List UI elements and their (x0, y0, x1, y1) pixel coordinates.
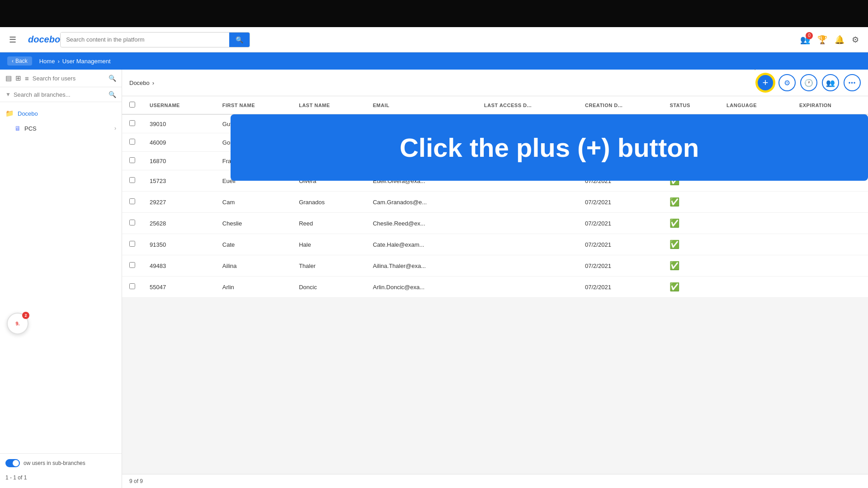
branch-search-bar: ▼ 🔍 (0, 87, 122, 102)
table-row: 49483AilinaThalerAilina.Thaler@exa...07/… (122, 255, 868, 277)
row-status: ✅ (662, 234, 719, 255)
sidebar-item-docebo[interactable]: 📁 Docebo (0, 106, 122, 121)
app-header: ☰ docebo 🔍 👥 0 🏆 🔔 ⚙ (0, 27, 868, 52)
back-button[interactable]: ‹ Back (7, 56, 32, 66)
col-username[interactable]: USERNAME (142, 96, 215, 114)
row-creation: 07/2/2021 (578, 213, 662, 234)
table-row: 91350CateHaleCate.Hale@exam...07/2/2021✅ (122, 234, 868, 255)
status-active-icon: ✅ (670, 197, 679, 206)
help-bubble[interactable]: 9. 2 (7, 313, 28, 334)
sub-branches-toggle[interactable] (5, 459, 20, 467)
row-last_name: Reed (292, 213, 366, 234)
row-checkbox[interactable] (129, 120, 135, 126)
overlay-banner-text: Click the plus (+) button (400, 132, 699, 163)
branch-search-icon[interactable]: 🔍 (108, 91, 116, 98)
row-username: 16870 (142, 152, 215, 170)
row-language (719, 192, 792, 213)
overlay-banner: Click the plus (+) button (231, 114, 868, 181)
filter-icon[interactable]: ≡ (25, 75, 29, 82)
row-username: 25628 (142, 213, 215, 234)
col-language[interactable]: LANGUAGE (719, 96, 792, 114)
sub-branches-label: ow users in sub-branches (24, 460, 85, 466)
row-first_name: Ailina (215, 255, 292, 277)
breadcrumb-links: Home › User Management (39, 58, 111, 65)
row-checkbox-cell (122, 234, 142, 255)
row-checkbox[interactable] (129, 177, 135, 183)
docebo-logo: docebo (28, 34, 60, 45)
row-username: 91350 (142, 234, 215, 255)
row-username: 15723 (142, 170, 215, 192)
row-email: Cam.Granados@e... (366, 192, 477, 213)
row-checkbox[interactable] (129, 198, 135, 204)
row-checkbox-cell (122, 255, 142, 277)
sidebar: ▤ ⊞ ≡ 🔍 ▼ 🔍 📁 Docebo 🖥 PCS › (0, 70, 122, 488)
row-first_name: Cam (215, 192, 292, 213)
history-button[interactable]: 🕐 (800, 74, 817, 91)
status-active-icon: ✅ (670, 261, 679, 270)
grid-view-icon[interactable]: ⊞ (15, 74, 21, 82)
pcs-chevron-icon: › (114, 125, 116, 131)
settings-icon[interactable]: ⚙ (852, 35, 859, 45)
row-expiration (792, 213, 868, 234)
bell-icon[interactable]: 🔔 (835, 35, 844, 45)
row-last_name: Thaler (292, 255, 366, 277)
users-button[interactable]: 👥 (822, 74, 839, 91)
row-checkbox[interactable] (129, 157, 135, 163)
row-language (719, 213, 792, 234)
row-checkbox[interactable] (129, 283, 135, 289)
list-view-icon[interactable]: ▤ (5, 74, 12, 82)
user-search-icon[interactable]: 🔍 (108, 75, 116, 82)
global-search-input[interactable] (61, 33, 229, 47)
row-checkbox[interactable] (129, 262, 135, 268)
col-email[interactable]: EMAIL (366, 96, 477, 114)
toolbar-actions: + ⚙ 🕐 👥 ••• (757, 74, 861, 91)
help-section: 9. 2 (0, 481, 122, 488)
col-status[interactable]: STATUS (662, 96, 719, 114)
row-checkbox-cell (122, 152, 142, 170)
help-bubble-label: 9. (15, 321, 19, 326)
hamburger-icon[interactable]: ☰ (9, 35, 16, 45)
col-last-access[interactable]: LAST ACCESS D... (477, 96, 578, 114)
row-checkbox[interactable] (129, 241, 135, 247)
col-firstname[interactable]: FIRST NAME (215, 96, 292, 114)
global-search-bar: 🔍 (60, 32, 250, 47)
col-creation[interactable]: CREATION D... (578, 96, 662, 114)
row-username: 49483 (142, 255, 215, 277)
status-active-icon: ✅ (670, 219, 679, 228)
row-checkbox-cell (122, 133, 142, 152)
row-creation: 07/2/2021 (578, 192, 662, 213)
row-first_name: Cheslie (215, 213, 292, 234)
more-button[interactable]: ••• (844, 74, 861, 91)
col-lastname[interactable]: LAST NAME (292, 96, 366, 114)
expand-icon[interactable]: ▼ (5, 91, 11, 98)
header-icons: 👥 0 🏆 🔔 ⚙ (800, 35, 859, 45)
row-checkbox[interactable] (129, 139, 135, 145)
user-group-badge: 0 (806, 32, 813, 39)
main-layout: ▤ ⊞ ≡ 🔍 ▼ 🔍 📁 Docebo 🖥 PCS › (0, 70, 868, 488)
table-container: USERNAME FIRST NAME LAST NAME EMAIL LAST… (122, 96, 868, 474)
user-group-icon[interactable]: 👥 0 (800, 35, 810, 45)
breadcrumb-current: User Management (62, 58, 111, 65)
breadcrumb-home[interactable]: Home (39, 58, 55, 65)
row-status: ✅ (662, 277, 719, 298)
add-user-button[interactable]: + (757, 74, 774, 91)
select-all-checkbox[interactable] (129, 102, 135, 108)
row-checkbox-cell (122, 114, 142, 133)
status-active-icon: ✅ (670, 282, 679, 291)
row-language (719, 277, 792, 298)
row-status: ✅ (662, 213, 719, 234)
content-breadcrumb-arrow: › (152, 80, 154, 86)
row-checkbox[interactable] (129, 220, 135, 225)
sidebar-item-pcs[interactable]: 🖥 PCS › (0, 121, 122, 136)
row-expiration (792, 234, 868, 255)
col-expiration[interactable]: EXPIRATION (792, 96, 868, 114)
global-search-button[interactable]: 🔍 (229, 33, 250, 47)
row-username: 39010 (142, 114, 215, 133)
settings-button[interactable]: ⚙ (778, 74, 796, 91)
row-last_name: Granados (292, 192, 366, 213)
sidebar-item-pcs-label: PCS (24, 125, 37, 132)
trophy-icon[interactable]: 🏆 (817, 35, 827, 45)
row-last_access (477, 277, 578, 298)
branch-search-input[interactable] (14, 91, 108, 98)
user-search-input[interactable] (33, 75, 108, 82)
